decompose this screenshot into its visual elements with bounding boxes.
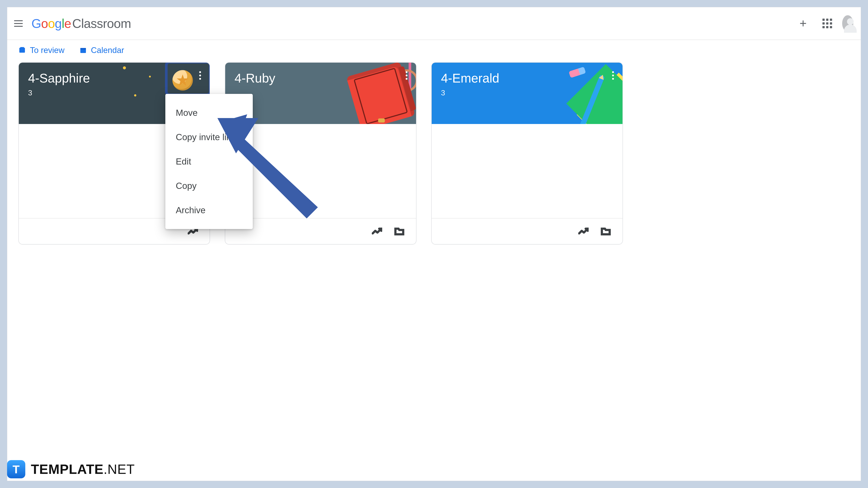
avatar-icon	[842, 15, 853, 32]
watermark-badge: T	[7, 460, 25, 478]
apps-grid-icon	[823, 19, 832, 28]
menu-item-edit[interactable]: Edit	[165, 149, 253, 174]
svg-rect-1	[20, 47, 24, 48]
trending-icon[interactable]	[371, 226, 382, 237]
to-review-label: To review	[30, 45, 65, 55]
app-logo: Google Classroom	[31, 16, 131, 31]
class-card-ruby[interactable]: 4-Ruby	[225, 62, 416, 245]
trending-icon[interactable]	[578, 226, 589, 237]
card-more-button[interactable]	[608, 71, 618, 80]
class-card-emerald[interactable]: 4-Emerald 3	[431, 62, 623, 245]
app-frame: Google Classroom To review Calendar	[7, 7, 861, 481]
watermark: T TEMPLATE.NET	[7, 460, 135, 478]
to-review-link[interactable]: To review	[19, 45, 65, 55]
class-cards-row: 4-Sapphire 3 4-Ruby	[7, 60, 861, 245]
svg-rect-0	[19, 48, 25, 53]
main-menu-button[interactable]	[13, 18, 24, 29]
card-footer	[225, 218, 416, 244]
menu-item-copy-invite-link[interactable]: Copy invite link	[165, 125, 253, 149]
folder-icon[interactable]	[394, 226, 405, 237]
svg-rect-3	[80, 48, 86, 50]
menu-item-copy[interactable]: Copy	[165, 174, 253, 198]
google-apps-button[interactable]	[822, 18, 833, 29]
menu-item-archive[interactable]: Archive	[165, 198, 253, 222]
product-name: Classroom	[72, 16, 131, 31]
card-footer	[432, 218, 622, 244]
card-more-button[interactable]	[402, 71, 411, 80]
folder-icon[interactable]	[600, 226, 611, 237]
watermark-brand: TEMPLATE	[31, 462, 103, 477]
calendar-icon	[80, 46, 87, 54]
calendar-label: Calendar	[91, 45, 124, 55]
account-avatar[interactable]	[842, 18, 853, 29]
menu-item-move[interactable]: Move	[165, 101, 253, 125]
top-bar: Google Classroom	[7, 7, 861, 40]
annotation-highlight	[165, 63, 210, 96]
class-subtitle: 3	[441, 89, 613, 97]
watermark-tld: .NET	[103, 462, 135, 477]
card-actions-menu: Move Copy invite link Edit Copy Archive	[165, 94, 253, 229]
assignment-icon	[19, 46, 26, 54]
sub-nav: To review Calendar	[7, 40, 861, 60]
card-header: 4-Ruby	[225, 63, 416, 124]
card-header: 4-Emerald 3	[432, 63, 622, 124]
calendar-link[interactable]: Calendar	[80, 45, 124, 55]
create-class-button[interactable]	[798, 18, 809, 29]
